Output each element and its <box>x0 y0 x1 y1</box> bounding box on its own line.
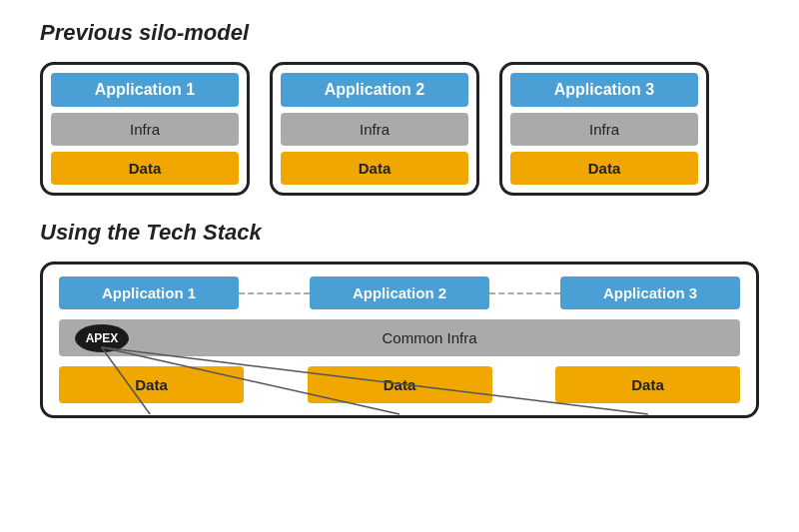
apex-label: APEX <box>75 324 129 352</box>
silo-app3-label: Application 3 <box>510 73 698 107</box>
stack-data2-label: Data <box>308 366 492 403</box>
techstack-outer-box: Application 1 Application 2 Application … <box>40 262 759 418</box>
dashed-sep-1 <box>239 292 310 294</box>
techstack-section: Using the Tech Stack Application 1 Appli… <box>40 220 759 418</box>
stack-data1-label: Data <box>59 366 244 403</box>
stack-app1-label: Application 1 <box>59 276 239 309</box>
infra-label: Common Infra <box>382 329 476 346</box>
techstack-inner: Application 1 Application 2 Application … <box>59 276 740 403</box>
silo-app1-label: Application 1 <box>51 73 239 107</box>
data-row: Data Data Data <box>59 366 740 403</box>
silo-section: Previous silo-model Application 1 Infra … <box>40 20 759 196</box>
silo-data1-label: Data <box>51 152 239 185</box>
stack-app2-label: Application 2 <box>310 276 489 309</box>
silo-data2-label: Data <box>281 152 468 185</box>
common-infra-bar: APEX Common Infra <box>59 319 740 356</box>
main-container: Previous silo-model Application 1 Infra … <box>0 0 799 438</box>
silo-box-1: Application 1 Infra Data <box>40 62 250 196</box>
techstack-title: Using the Tech Stack <box>40 220 759 246</box>
dashed-sep-2 <box>489 292 560 294</box>
stack-app3-label: Application 3 <box>560 276 740 309</box>
silo-app2-label: Application 2 <box>281 73 468 107</box>
silo-data3-label: Data <box>510 152 698 185</box>
stack-data3-label: Data <box>555 366 740 403</box>
silo-infra3-label: Infra <box>510 113 698 146</box>
app-row: Application 1 Application 2 Application … <box>59 276 740 309</box>
silo-box-2: Application 2 Infra Data <box>270 62 479 196</box>
common-infra-row: APEX Common Infra <box>59 319 740 356</box>
silo-boxes-container: Application 1 Infra Data Application 2 I… <box>40 62 759 196</box>
silo-infra1-label: Infra <box>51 113 239 146</box>
silo-infra2-label: Infra <box>281 113 468 146</box>
silo-box-3: Application 3 Infra Data <box>499 62 709 196</box>
silo-title: Previous silo-model <box>40 20 759 46</box>
